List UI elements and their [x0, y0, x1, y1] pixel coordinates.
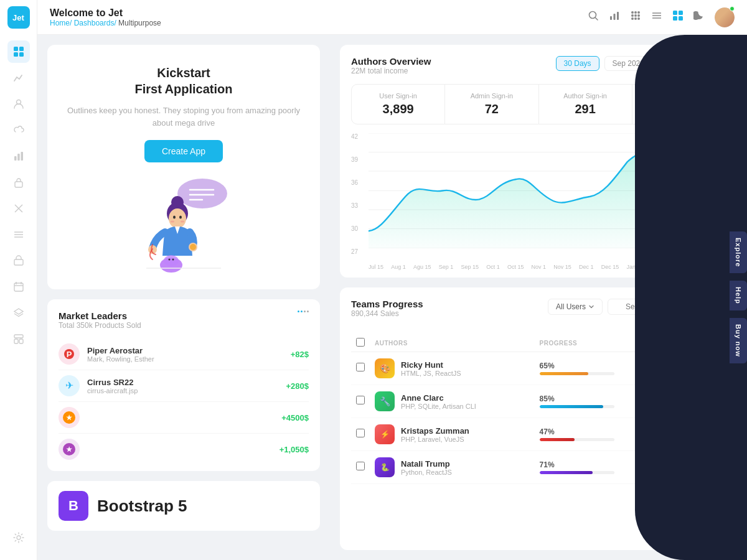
stat-user-signin: User Sign-in 3,899: [352, 85, 445, 124]
kickstart-subtitle: First Application: [62, 81, 305, 97]
svg-rect-3: [19, 52, 24, 57]
sidebar-item-dashboard[interactable]: [7, 40, 30, 63]
svg-rect-7: [21, 152, 23, 161]
svg-point-29: [634, 11, 637, 14]
bootstrap-icon: B: [59, 491, 88, 521]
svg-point-34: [631, 17, 634, 20]
header-left: Welcome to Jet Home/ Dashboards/ Multipu…: [50, 7, 161, 27]
item4-value: +1,050$: [280, 445, 309, 454]
explore-tab[interactable]: Explore: [730, 231, 747, 273]
row-checkbox[interactable]: [356, 462, 365, 470]
piper-value: +82$: [291, 350, 309, 359]
market-leaders-menu[interactable]: [298, 310, 309, 312]
anne-avatar: 🔧: [375, 391, 395, 411]
filter-30days[interactable]: 30 Days: [556, 56, 599, 71]
row-checkbox[interactable]: [356, 396, 365, 404]
svg-point-32: [634, 14, 637, 17]
ricky-progress-fill: [540, 372, 588, 375]
svg-point-28: [631, 11, 634, 14]
row-checkbox[interactable]: [356, 363, 365, 371]
chart-icon[interactable]: [609, 10, 620, 24]
svg-rect-41: [679, 11, 683, 15]
teams-title: Teams Progress: [351, 299, 423, 309]
ricky-progress-bar: [540, 372, 614, 375]
sidebar-item-user[interactable]: [7, 93, 30, 115]
kristaps-avatar: ⚡: [375, 424, 395, 444]
svg-point-55: [181, 221, 184, 223]
svg-text:★: ★: [66, 446, 73, 453]
illustration: [62, 175, 305, 274]
menu-icon[interactable]: [651, 10, 662, 24]
svg-point-60: [164, 255, 179, 266]
row-checkbox-cell: [351, 352, 370, 385]
market-item: P Piper Aerostar Mark, Rowling, Esther +…: [59, 338, 309, 370]
sidebar-item-cloud[interactable]: [7, 119, 30, 141]
item3-value: +4500$: [281, 413, 309, 422]
natali-info: Natali Trump Python, ReactJS: [401, 459, 452, 476]
bootstrap-badge: B Bootstrap 5: [47, 481, 320, 531]
sidebar-settings-icon[interactable]: [7, 526, 30, 549]
create-app-button[interactable]: Create App: [144, 140, 223, 162]
authors-title: Authors Overview: [351, 56, 431, 67]
market-leaders-title: Market Leaders: [59, 310, 141, 321]
svg-point-54: [171, 221, 174, 223]
buynow-tab[interactable]: Buy now: [730, 318, 747, 363]
svg-text:★: ★: [66, 414, 73, 421]
svg-point-30: [637, 11, 640, 14]
svg-point-36: [637, 17, 640, 20]
kristaps-cell: ⚡ Kristaps Zumman PHP, Laravel, VueJS: [370, 418, 535, 451]
sidebar-logo[interactable]: Jet: [7, 6, 30, 29]
sidebar-item-calendar[interactable]: [7, 276, 30, 298]
svg-rect-25: [610, 16, 612, 20]
search-icon[interactable]: [588, 10, 599, 24]
col-authors: AUTHORS: [370, 334, 535, 352]
sidebar-item-lock[interactable]: [7, 171, 30, 194]
anne-info: Anne Clarc PHP, SQLite, Artisan CLI: [401, 393, 476, 410]
svg-point-35: [634, 17, 637, 20]
sidebar-item-box[interactable]: [7, 250, 30, 272]
svg-rect-42: [673, 16, 677, 21]
all-users-dropdown[interactable]: All Users: [548, 299, 603, 315]
help-tab[interactable]: Help: [730, 281, 747, 310]
author-cell: 🎨 Ricky Hunt HTML, JS, ReactJS: [370, 352, 535, 385]
svg-point-33: [637, 14, 640, 17]
row-checkbox-cell: [351, 385, 370, 418]
svg-line-24: [596, 18, 598, 21]
row-checkbox-cell: [351, 418, 370, 451]
kristaps-progress-fill: [540, 438, 575, 441]
svg-point-31: [631, 14, 634, 17]
market-leaders-subtitle: Total 350k Products Sold: [59, 321, 141, 330]
sidebar-item-list[interactable]: [7, 223, 30, 246]
svg-rect-14: [14, 259, 23, 265]
page-title: Welcome to Jet: [50, 7, 161, 19]
row-checkbox[interactable]: [356, 429, 365, 437]
svg-rect-43: [679, 16, 683, 21]
grid-icon[interactable]: [630, 10, 641, 24]
item3-icon: ★: [59, 407, 80, 428]
ricky-info: Ricky Hunt HTML, JS, ReactJS: [401, 360, 461, 377]
select-all-checkbox[interactable]: [356, 338, 365, 347]
anne-progress-fill: [540, 405, 603, 408]
sidebar-item-barchart[interactable]: [7, 145, 30, 167]
main-wrapper: Welcome to Jet Home/ Dashboards/ Multipu…: [37, 0, 747, 560]
svg-point-22: [17, 536, 21, 539]
sidebar-item-layers[interactable]: [7, 302, 30, 324]
header: Welcome to Jet Home/ Dashboards/ Multipu…: [37, 0, 747, 35]
sidebar-item-close[interactable]: [7, 197, 30, 220]
row-checkbox-cell: [351, 451, 370, 484]
kristaps-info: Kristaps Zumman PHP, Laravel, VueJS: [401, 426, 469, 443]
anne-progress-bar: [540, 405, 614, 408]
market-item: ★ +1,050$: [59, 434, 309, 465]
sidebar-item-template[interactable]: [7, 328, 30, 350]
svg-rect-21: [19, 339, 23, 343]
cirrus-icon: ✈: [59, 375, 80, 396]
natali-avatar: 🐍: [375, 457, 395, 477]
sidebar-item-analytics[interactable]: [7, 67, 30, 89]
svg-rect-20: [14, 339, 18, 343]
header-right: [588, 7, 735, 27]
apps-icon[interactable]: [672, 10, 684, 24]
dark-mode-icon[interactable]: [693, 10, 705, 24]
stat-admin-signin: Admin Sign-in 72: [445, 85, 538, 124]
kickstart-title: Kickstart: [62, 65, 305, 81]
ricky-avatar: 🎨: [375, 358, 395, 378]
